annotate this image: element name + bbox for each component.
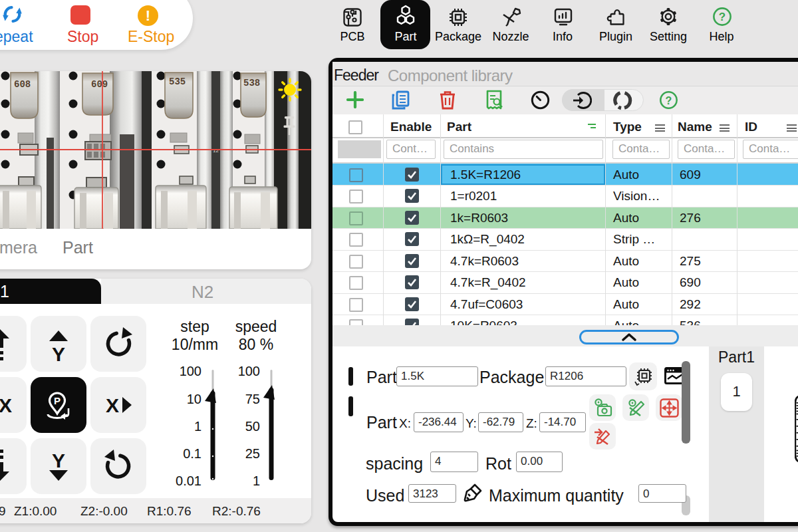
svg-text:608: 608 xyxy=(14,79,31,90)
svg-text:?: ? xyxy=(719,11,726,23)
svg-text:P: P xyxy=(54,395,61,406)
svg-text:X: X xyxy=(106,394,119,416)
svg-text:12: 12 xyxy=(213,148,219,154)
svg-text:Y: Y xyxy=(52,450,65,471)
svg-text:X: X xyxy=(0,394,12,416)
svg-text:535: 535 xyxy=(169,76,186,87)
svg-text:?: ? xyxy=(666,95,672,106)
svg-text:Y: Y xyxy=(52,343,65,365)
svg-text:538: 538 xyxy=(243,78,260,88)
svg-text:609: 609 xyxy=(91,79,108,90)
